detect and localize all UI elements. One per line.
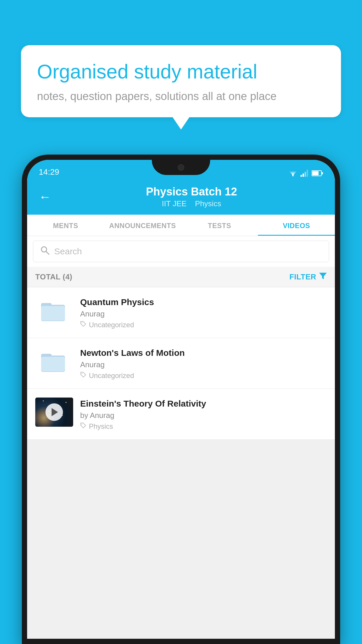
subtitle-physics: Physics: [195, 199, 221, 208]
speech-bubble: Organised study material notes, question…: [21, 45, 341, 117]
folder-icon: [41, 350, 67, 373]
batch-title: Physics Batch 12: [60, 186, 323, 198]
tab-videos[interactable]: VIDEOS: [258, 215, 335, 236]
video-list: Quantum Physics Anurag Uncategorized: [27, 287, 335, 439]
subtitle-iitjee: IIT JEE: [162, 199, 187, 208]
total-label: TOTAL (4): [35, 272, 72, 281]
search-bar[interactable]: Search: [33, 241, 329, 262]
svg-rect-10: [312, 171, 319, 175]
tab-tests[interactable]: TESTS: [181, 215, 258, 236]
video-info: Quantum Physics Anurag Uncategorized: [80, 296, 327, 329]
list-item[interactable]: Newton's Laws of Motion Anurag Uncategor…: [27, 338, 335, 389]
tag-icon: [80, 372, 87, 380]
play-button-icon: [45, 403, 63, 421]
svg-point-17: [82, 322, 82, 323]
phone-screen: 14:29: [27, 160, 335, 639]
header-title-block: Physics Batch 12 IIT JEE Physics: [60, 186, 323, 208]
video-title: Einstein's Theory Of Relativity: [80, 399, 327, 409]
folder-thumbnail: [35, 347, 73, 376]
batch-subtitle: IIT JEE Physics: [60, 199, 323, 208]
filter-label: FILTER: [289, 272, 316, 281]
svg-point-3: [292, 175, 294, 176]
battery-icon: [312, 170, 323, 176]
svg-point-21: [82, 373, 82, 374]
tab-ments[interactable]: MENTS: [27, 215, 104, 236]
wifi-icon: [288, 170, 298, 177]
svg-rect-7: [307, 170, 308, 177]
phone-notch: [152, 160, 210, 175]
search-placeholder: Search: [54, 246, 82, 256]
phone-frame: 14:29: [22, 155, 340, 644]
svg-rect-6: [305, 172, 306, 177]
svg-marker-13: [319, 273, 327, 279]
search-container: Search: [27, 236, 335, 267]
filter-bar: TOTAL (4) FILTER: [27, 267, 335, 287]
filter-icon: [319, 272, 327, 282]
signal-icon: [301, 170, 309, 177]
list-item[interactable]: Einstein's Theory Of Relativity by Anura…: [27, 389, 335, 439]
svg-line-12: [46, 251, 49, 254]
video-tag: Uncategorized: [80, 372, 327, 380]
video-thumbnail: [35, 398, 73, 427]
status-icons: [288, 170, 323, 177]
app-header: ← Physics Batch 12 IIT JEE Physics: [27, 180, 335, 215]
folder-icon: [41, 299, 67, 322]
search-icon: [40, 246, 50, 257]
video-info: Einstein's Theory Of Relativity by Anura…: [80, 398, 327, 430]
tag-icon: [80, 321, 87, 329]
svg-rect-4: [301, 175, 302, 177]
svg-rect-20: [41, 357, 65, 371]
video-tag: Physics: [80, 422, 327, 430]
svg-rect-5: [303, 174, 304, 177]
svg-point-22: [82, 424, 82, 425]
folder-thumbnail: [35, 296, 73, 325]
svg-rect-9: [322, 172, 323, 174]
video-author: by Anurag: [80, 411, 327, 420]
camera: [178, 164, 184, 171]
tab-announcements[interactable]: ANNOUNCEMENTS: [104, 215, 181, 236]
video-title: Quantum Physics: [80, 297, 327, 307]
list-item[interactable]: Quantum Physics Anurag Uncategorized: [27, 287, 335, 338]
filter-button[interactable]: FILTER: [289, 272, 327, 282]
video-author: Anurag: [80, 360, 327, 369]
bubble-subtitle: notes, question papers, solutions all at…: [37, 90, 325, 103]
speech-bubble-container: Organised study material notes, question…: [21, 45, 341, 117]
video-author: Anurag: [80, 309, 327, 318]
back-button[interactable]: ←: [39, 190, 51, 204]
video-info: Newton's Laws of Motion Anurag Uncategor…: [80, 347, 327, 380]
video-title: Newton's Laws of Motion: [80, 348, 327, 358]
video-tag: Uncategorized: [80, 321, 327, 329]
tag-icon: [80, 422, 87, 430]
status-time: 14:29: [39, 167, 59, 177]
bubble-title: Organised study material: [37, 60, 325, 84]
svg-rect-16: [41, 306, 65, 321]
tabs-bar: MENTS ANNOUNCEMENTS TESTS VIDEOS: [27, 215, 335, 236]
